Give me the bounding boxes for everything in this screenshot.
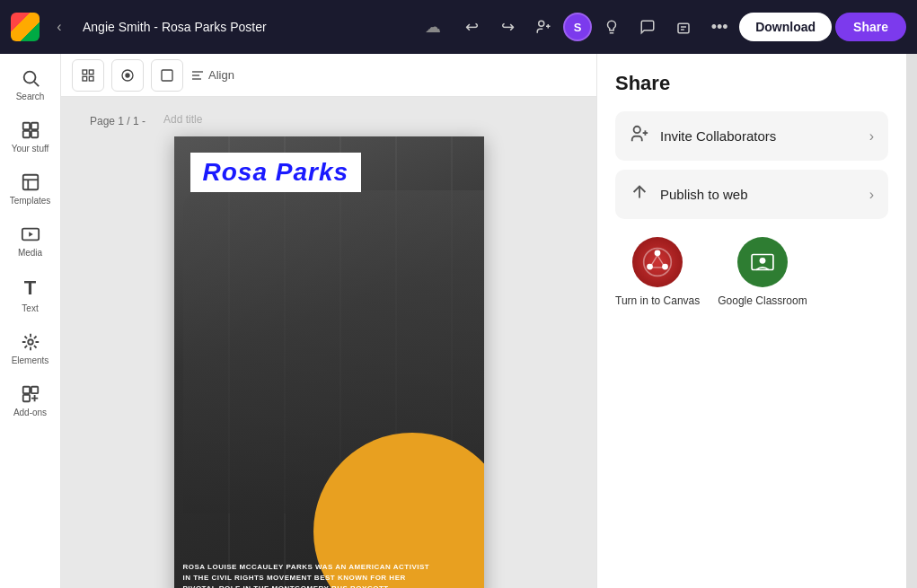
svg-rect-5: [22, 123, 29, 129]
add-person-button[interactable]: [527, 11, 560, 43]
color-picker-button[interactable]: [111, 59, 144, 92]
align-label: Align: [208, 68, 234, 82]
align-control[interactable]: Align: [190, 68, 234, 83]
canvas-area: Page 1 / 1 - Add title Rosa Parks: [61, 97, 596, 588]
text-icon: T: [24, 276, 36, 300]
svg-rect-18: [83, 70, 87, 75]
user-avatar[interactable]: S: [563, 13, 592, 41]
templates-icon: [21, 172, 40, 192]
sidebar-item-add-ons[interactable]: Add-ons: [4, 377, 57, 426]
frame-button[interactable]: [151, 59, 183, 92]
sidebar-item-media[interactable]: Media: [4, 217, 57, 266]
undo-button[interactable]: ↩: [455, 11, 488, 43]
search-icon: [21, 68, 40, 88]
sidebar: Search Your stuff Templates: [0, 54, 61, 588]
turn-in-to-canvas-option[interactable]: Turn in to Canvas: [615, 237, 700, 309]
invite-collaborators-label: Invite Collaborators: [660, 128, 776, 144]
sidebar-search-label: Search: [16, 92, 45, 102]
add-title-link[interactable]: Add title: [163, 113, 202, 126]
elements-icon: [21, 332, 40, 352]
toolbar: Align: [61, 54, 596, 97]
chat-button[interactable]: [631, 11, 664, 43]
sidebar-elements-label: Elements: [12, 355, 49, 366]
publish-to-web-label: Publish to web: [660, 187, 748, 202]
document-title: Angie Smith - Rosa Parks Poster: [83, 20, 418, 34]
publish-icon: [630, 182, 649, 206]
publish-to-web-arrow: ›: [869, 187, 874, 203]
svg-point-28: [634, 127, 640, 133]
sidebar-item-your-stuff[interactable]: Your stuff: [4, 113, 57, 162]
comments-button[interactable]: [667, 11, 700, 43]
publish-to-web-left: Publish to web: [630, 182, 748, 206]
svg-rect-20: [83, 76, 87, 81]
svg-rect-17: [22, 395, 29, 401]
sidebar-item-templates[interactable]: Templates: [4, 165, 57, 214]
topbar-actions: ↩ ↪ S ••• Download Share: [455, 11, 906, 43]
invite-collaborators-arrow: ›: [869, 128, 874, 145]
classroom-app-icon: [737, 237, 788, 287]
google-classroom-option[interactable]: Google Classroom: [718, 237, 807, 309]
svg-line-37: [651, 255, 657, 265]
share-button[interactable]: Share: [835, 13, 906, 41]
svg-rect-16: [31, 387, 37, 393]
add-ons-icon: [21, 384, 40, 404]
sidebar-templates-label: Templates: [10, 196, 51, 206]
svg-point-40: [760, 258, 766, 264]
svg-line-36: [657, 255, 664, 265]
svg-rect-7: [22, 131, 29, 137]
sidebar-media-label: Media: [18, 248, 42, 259]
topbar: ‹ Angie Smith - Rosa Parks Poster ☁ ↩ ↪ …: [0, 0, 917, 54]
svg-point-0: [539, 21, 544, 26]
svg-line-4: [34, 82, 39, 86]
poster-title: Rosa Parks: [203, 158, 349, 186]
download-button[interactable]: Download: [739, 13, 832, 41]
poster[interactable]: Rosa Parks Rosa Louise McCauley Parks wa…: [174, 136, 484, 588]
svg-rect-24: [162, 70, 172, 81]
svg-rect-19: [89, 70, 93, 75]
svg-rect-21: [89, 76, 93, 81]
poster-description: Rosa Louise McCauley Parks was an Americ…: [183, 562, 439, 588]
cloud-sync-icon: ☁: [425, 17, 441, 37]
publish-to-web-option[interactable]: Publish to web ›: [615, 170, 888, 219]
poster-title-box: Rosa Parks: [190, 153, 362, 192]
invite-collaborators-icon: [630, 124, 649, 148]
sidebar-your-stuff-label: Your stuff: [12, 144, 49, 154]
turn-in-to-canvas-label: Turn in to Canvas: [615, 294, 700, 309]
svg-point-14: [28, 339, 33, 345]
canvas-wrapper[interactable]: Rosa Parks Rosa Louise McCauley Parks wa…: [61, 136, 596, 588]
page-label: Page 1 / 1 -: [75, 106, 160, 133]
share-panel: Share Invite Collaborators ›: [596, 54, 906, 588]
invite-collaborators-left: Invite Collaborators: [630, 124, 776, 148]
redo-button[interactable]: ↪: [491, 11, 524, 43]
share-title: Share: [615, 72, 888, 95]
sidebar-item-text[interactable]: T Text: [4, 269, 57, 321]
svg-point-23: [126, 74, 129, 77]
svg-marker-13: [29, 232, 33, 237]
share-apps: Turn in to Canvas Google Classroom: [615, 237, 888, 309]
canvas-app-icon: [632, 237, 683, 287]
svg-point-33: [655, 250, 661, 256]
svg-rect-15: [22, 387, 29, 393]
google-classroom-label: Google Classroom: [718, 294, 807, 309]
poster-text-block: Rosa Louise McCauley Parks was an Americ…: [183, 562, 439, 588]
sidebar-text-label: Text: [22, 303, 38, 314]
canva-logo[interactable]: [11, 13, 40, 41]
more-button[interactable]: •••: [703, 11, 736, 43]
svg-rect-9: [22, 175, 38, 190]
media-icon: [21, 224, 40, 244]
invite-collaborators-option[interactable]: Invite Collaborators ›: [615, 111, 888, 161]
sidebar-item-elements[interactable]: Elements: [4, 325, 57, 373]
nav-back-button[interactable]: ‹: [47, 14, 72, 39]
main-layout: Search Your stuff Templates: [0, 54, 917, 588]
svg-rect-8: [31, 131, 37, 137]
sidebar-item-search[interactable]: Search: [4, 61, 57, 110]
sidebar-add-ons-label: Add-ons: [13, 408, 47, 418]
svg-rect-6: [31, 123, 37, 129]
grid-view-button[interactable]: [72, 59, 104, 92]
your-stuff-icon: [21, 120, 40, 140]
svg-point-3: [23, 72, 35, 83]
lightbulb-button[interactable]: [595, 11, 628, 43]
right-scrollbar: [906, 54, 917, 588]
